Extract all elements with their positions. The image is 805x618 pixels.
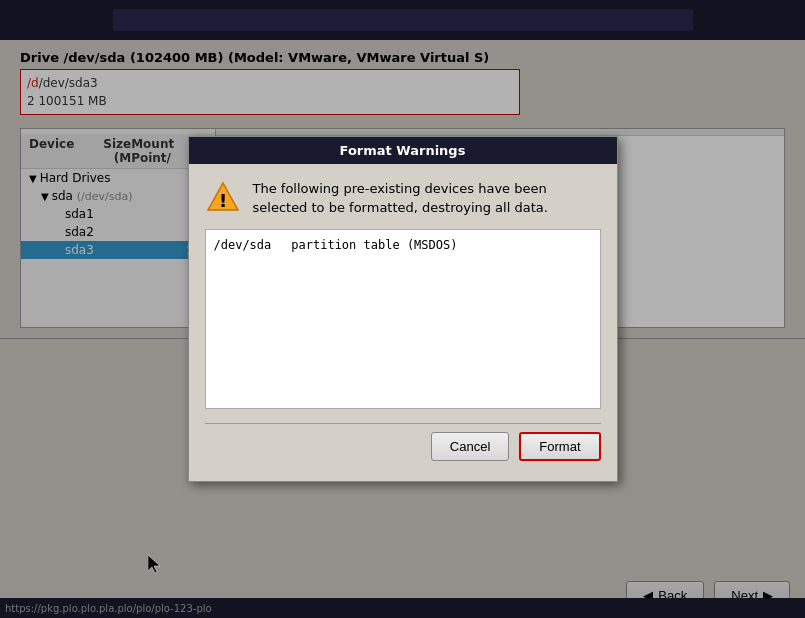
modal-title: Format Warnings <box>340 143 466 158</box>
format-warnings-modal: Format Warnings ! The following pre-exis… <box>188 136 618 481</box>
warning-triangle-icon: ! <box>205 180 241 216</box>
format-button[interactable]: Format <box>519 432 600 461</box>
modal-warning-text: The following pre-existing devices have … <box>253 180 601 216</box>
modal-overlay: Format Warnings ! The following pre-exis… <box>0 0 805 618</box>
device-description: partition table (MSDOS) <box>291 238 457 252</box>
modal-buttons: Cancel Format <box>205 423 601 465</box>
cancel-button[interactable]: Cancel <box>431 432 509 461</box>
modal-device-list: /dev/sda partition table (MSDOS) <box>205 229 601 409</box>
modal-body: ! The following pre-existing devices hav… <box>189 164 617 480</box>
modal-title-bar: Format Warnings <box>189 137 617 164</box>
svg-text:!: ! <box>218 190 226 211</box>
device-path: /dev/sda <box>214 238 272 252</box>
modal-warning-row: ! The following pre-existing devices hav… <box>205 180 601 216</box>
modal-device-row-1: /dev/sda partition table (MSDOS) <box>214 238 592 252</box>
